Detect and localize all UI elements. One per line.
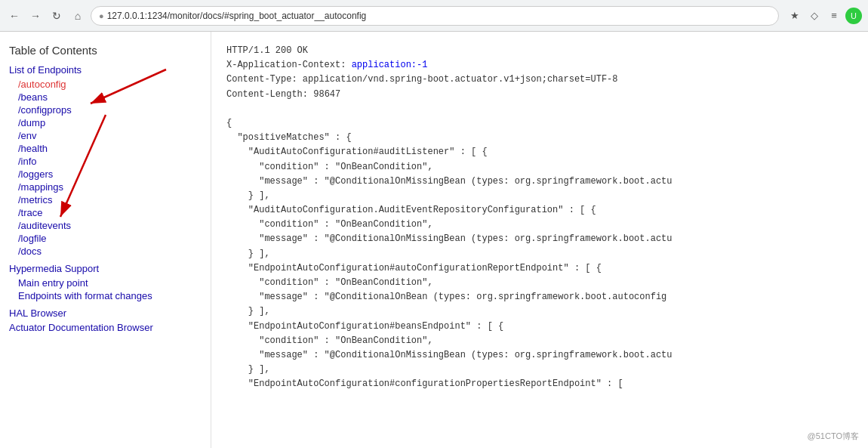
- watermark: @51CTO博客: [808, 431, 859, 442]
- sidebar-link-logfile[interactable]: /logfile: [9, 233, 202, 244]
- hal-browser-link[interactable]: HAL Browser: [9, 307, 202, 319]
- sidebar-link-info[interactable]: /info: [9, 156, 202, 167]
- sidebar-link-mappings[interactable]: /mappings: [9, 181, 202, 193]
- toc-title: Table of Contents: [9, 44, 202, 57]
- browser-chrome: ← → ↻ ⌂ ● 127.0.0.1:1234/monitor/docs/#s…: [0, 0, 868, 32]
- content-area[interactable]: HTTP/1.1 200 OK X-Application-Context: a…: [211, 32, 868, 448]
- header-content-type-value: application/vnd.spring-boot.actuator.v1+…: [303, 74, 618, 85]
- http-status-line: HTTP/1.1 200 OK: [226, 44, 853, 58]
- header-content-type: Content-Type: application/vnd.spring-boo…: [226, 73, 853, 87]
- sidebar-link-format-changes[interactable]: Endpoints with format changes: [9, 290, 202, 301]
- header-app-context-value: application:-1: [352, 60, 428, 70]
- sidebar-link-main-entry[interactable]: Main entry point: [9, 277, 202, 289]
- sidebar-link-autoconfig[interactable]: /autoconfig: [9, 79, 202, 90]
- sidebar-link-dump[interactable]: /dump: [9, 117, 202, 128]
- sidebar-link-beans[interactable]: /beans: [9, 91, 202, 103]
- sidebar-link-trace[interactable]: /trace: [9, 207, 202, 218]
- reload-button[interactable]: ↻: [48, 8, 65, 24]
- endpoints-section-title[interactable]: List of Endpoints: [9, 64, 202, 76]
- sidebar-link-health[interactable]: /health: [9, 143, 202, 154]
- forward-button[interactable]: →: [27, 8, 44, 24]
- sidebar-link-loggers[interactable]: /loggers: [9, 168, 202, 180]
- header-content-length-label: Content-Length:: [226, 89, 308, 100]
- json-content: { "positiveMatches" : { "AuditAutoConfig…: [226, 116, 853, 392]
- menu-button[interactable]: ≡: [826, 8, 842, 24]
- endpoints-section: List of Endpoints /autoconfig /beans /co…: [9, 64, 202, 257]
- main-container: Table of Contents List of Endpoints /aut…: [0, 32, 868, 448]
- sidebar-link-metrics[interactable]: /metrics: [9, 194, 202, 205]
- hypermedia-section: Hypermedia Support Main entry point Endp…: [9, 263, 202, 301]
- http-status-text: HTTP/1.1 200 OK: [226, 45, 308, 56]
- sidebar-link-env[interactable]: /env: [9, 130, 202, 141]
- sidebar-link-configprops[interactable]: /configprops: [9, 104, 202, 116]
- actuator-docs-link[interactable]: Actuator Documentation Browser: [9, 322, 202, 333]
- lock-icon: ●: [99, 11, 104, 20]
- hypermedia-section-title[interactable]: Hypermedia Support: [9, 263, 202, 274]
- url-text: 127.0.0.1:1234/monitor/docs/#spring_boot…: [107, 11, 367, 21]
- sidebar: Table of Contents List of Endpoints /aut…: [0, 32, 211, 448]
- extensions-button[interactable]: ◇: [806, 8, 823, 24]
- address-bar[interactable]: ● 127.0.0.1:1234/monitor/docs/#spring_bo…: [91, 6, 779, 26]
- home-button[interactable]: ⌂: [69, 8, 86, 24]
- header-content-length: Content-Length: 98647: [226, 88, 853, 102]
- bookmark-star-button[interactable]: ★: [786, 8, 803, 24]
- sidebar-link-auditevents[interactable]: /auditevents: [9, 220, 202, 231]
- browser-actions: ★ ◇ ≡ U: [786, 8, 862, 24]
- header-app-context: X-Application-Context: application:-1: [226, 58, 853, 73]
- header-content-type-label: Content-Type:: [226, 74, 297, 85]
- header-content-length-value: 98647: [313, 89, 340, 100]
- header-app-context-label: X-Application-Context:: [226, 60, 346, 70]
- back-button[interactable]: ←: [6, 8, 23, 24]
- profile-button[interactable]: U: [845, 8, 862, 24]
- sidebar-link-docs[interactable]: /docs: [9, 246, 202, 257]
